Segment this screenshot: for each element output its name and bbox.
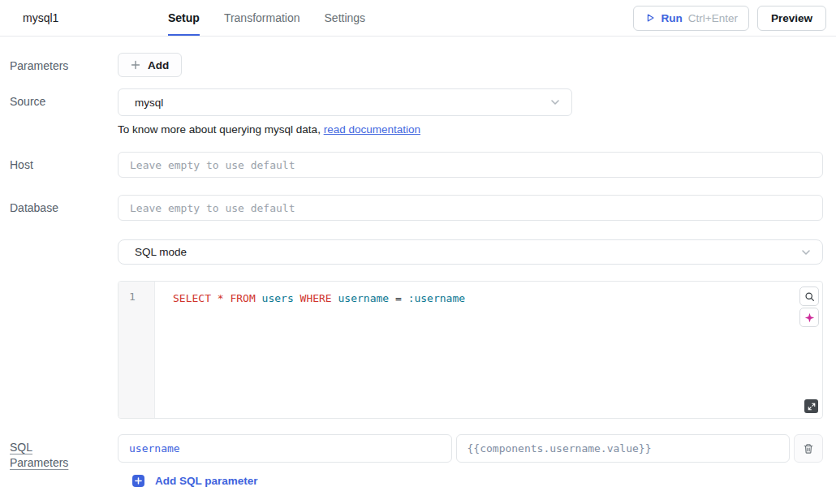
tab-transformation[interactable]: Transformation <box>224 0 300 36</box>
preview-button[interactable]: Preview <box>757 6 826 31</box>
plus-icon <box>131 60 140 70</box>
add-sql-parameter-label: Add SQL parameter <box>155 475 258 487</box>
form-row-database: Database <box>10 195 823 221</box>
plus-square-icon <box>132 475 144 487</box>
form-row-mode: SQL mode <box>10 239 823 265</box>
form-row-editor: 1 SELECT * FROM users WHERE username = :… <box>10 281 823 419</box>
editor-search-button[interactable] <box>799 286 819 306</box>
tab-setup[interactable]: Setup <box>168 0 200 36</box>
add-parameter-button[interactable]: Add <box>118 53 182 77</box>
query-editor-panel: mysql1 Setup Transformation Settings Run… <box>0 0 836 487</box>
host-input[interactable] <box>118 152 823 178</box>
search-icon <box>804 291 815 302</box>
sql-parameter-value-input[interactable] <box>456 434 791 463</box>
host-label: Host <box>10 152 118 173</box>
sparkle-icon <box>804 312 815 323</box>
line-number: 1 <box>129 291 154 303</box>
code-line: SELECT * FROM users WHERE username = :us… <box>173 291 790 306</box>
source-selected-value: mysql <box>135 97 163 109</box>
form-row-sql-parameters: SQL Parameters Add SQL parameter <box>10 434 823 487</box>
read-documentation-link[interactable]: read documentation <box>324 123 420 136</box>
query-title: mysql1 <box>23 0 144 36</box>
source-help-prefix: To know more about querying mysql data, <box>118 123 324 136</box>
sql-code-editor: 1 SELECT * FROM users WHERE username = :… <box>118 281 823 419</box>
delete-parameter-button[interactable] <box>794 434 823 463</box>
mode-label-spacer <box>10 239 118 245</box>
sql-mode-selected-value: SQL mode <box>135 246 187 258</box>
tab-bar: Setup Transformation Settings <box>168 0 365 36</box>
editor-ai-button[interactable] <box>799 308 819 327</box>
chevron-down-icon <box>549 96 562 109</box>
trash-icon <box>803 443 814 454</box>
editor-gutter: 1 <box>119 282 155 418</box>
run-button[interactable]: Run Ctrl+Enter <box>633 6 749 31</box>
editor-label-spacer <box>10 281 118 286</box>
run-button-label: Run <box>661 12 683 24</box>
source-help-text: To know more about querying mysql data, … <box>118 123 823 136</box>
setup-form: Parameters Add Source mysql <box>0 37 836 487</box>
database-label: Database <box>10 195 118 216</box>
sql-parameter-row <box>118 434 823 463</box>
source-label: Source <box>10 88 118 110</box>
play-icon <box>644 12 656 24</box>
form-row-source: Source mysql To know more about querying… <box>10 88 823 136</box>
header-actions: Run Ctrl+Enter Preview <box>633 0 826 36</box>
form-row-parameters: Parameters Add <box>10 53 823 77</box>
editor-code-area[interactable]: SELECT * FROM users WHERE username = :us… <box>155 282 822 418</box>
chevron-down-icon <box>799 246 812 259</box>
sql-parameter-key-input[interactable] <box>118 434 452 463</box>
source-select[interactable]: mysql <box>118 88 572 116</box>
add-parameter-label: Add <box>148 59 169 71</box>
query-header: mysql1 Setup Transformation Settings Run… <box>0 0 836 37</box>
parameters-label: Parameters <box>10 53 118 74</box>
editor-expand-button[interactable] <box>804 399 818 413</box>
database-input[interactable] <box>118 195 823 221</box>
form-row-host: Host <box>10 152 823 178</box>
sql-parameters-label: SQL Parameters <box>10 434 75 471</box>
tab-settings[interactable]: Settings <box>325 0 366 36</box>
run-shortcut: Ctrl+Enter <box>688 12 738 24</box>
add-sql-parameter-button[interactable]: Add SQL parameter <box>132 475 258 487</box>
sql-mode-select[interactable]: SQL mode <box>118 239 823 265</box>
expand-icon <box>808 403 816 411</box>
